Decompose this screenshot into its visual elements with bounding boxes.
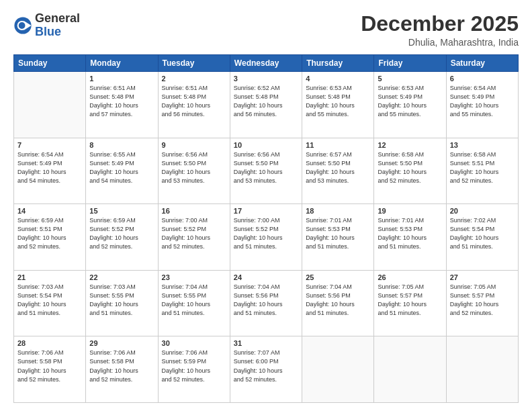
calendar-week-row: 28Sunrise: 7:06 AM Sunset: 5:58 PM Dayli… (14, 336, 519, 403)
day-info: Sunrise: 6:54 AM Sunset: 5:49 PM Dayligh… (450, 84, 515, 119)
calendar-day-header: Thursday (302, 55, 374, 72)
calendar-week-row: 1Sunrise: 6:51 AM Sunset: 5:48 PM Daylig… (14, 72, 519, 138)
day-info: Sunrise: 7:05 AM Sunset: 5:57 PM Dayligh… (450, 283, 515, 318)
calendar-cell: 29Sunrise: 7:06 AM Sunset: 5:58 PM Dayli… (86, 336, 158, 403)
calendar-week-row: 14Sunrise: 6:59 AM Sunset: 5:51 PM Dayli… (14, 204, 519, 271)
calendar-cell: 18Sunrise: 7:01 AM Sunset: 5:53 PM Dayli… (302, 204, 374, 271)
calendar-week-row: 7Sunrise: 6:54 AM Sunset: 5:49 PM Daylig… (14, 138, 519, 204)
calendar-cell: 24Sunrise: 7:04 AM Sunset: 5:56 PM Dayli… (230, 270, 302, 336)
calendar-week-row: 21Sunrise: 7:03 AM Sunset: 5:54 PM Dayli… (14, 270, 519, 336)
calendar-cell: 15Sunrise: 6:59 AM Sunset: 5:52 PM Dayli… (86, 204, 158, 271)
calendar-cell (302, 336, 374, 403)
day-info: Sunrise: 7:04 AM Sunset: 5:55 PM Dayligh… (162, 283, 226, 318)
day-info: Sunrise: 7:01 AM Sunset: 5:53 PM Dayligh… (378, 216, 442, 251)
calendar-cell (446, 336, 518, 403)
calendar-cell (374, 336, 446, 403)
calendar-day-header: Wednesday (230, 55, 302, 72)
title-block: December 2025 Dhulia, Maharashtra, India (361, 12, 519, 48)
calendar-cell: 4Sunrise: 6:53 AM Sunset: 5:48 PM Daylig… (302, 72, 374, 138)
day-number: 8 (89, 141, 154, 149)
day-number: 27 (450, 273, 515, 281)
calendar-cell: 26Sunrise: 7:05 AM Sunset: 5:57 PM Dayli… (374, 270, 446, 336)
day-info: Sunrise: 7:03 AM Sunset: 5:55 PM Dayligh… (89, 283, 154, 318)
logo-text: General Blue (35, 12, 80, 39)
day-number: 3 (234, 75, 298, 83)
day-number: 1 (89, 75, 154, 83)
logo-blue-text: Blue (35, 26, 80, 39)
logo-general-text: General (35, 12, 80, 26)
calendar-header-row: SundayMondayTuesdayWednesdayThursdayFrid… (14, 55, 519, 72)
calendar-day-header: Friday (374, 55, 446, 72)
calendar-cell: 10Sunrise: 6:56 AM Sunset: 5:50 PM Dayli… (230, 138, 302, 204)
calendar-cell: 20Sunrise: 7:02 AM Sunset: 5:54 PM Dayli… (446, 204, 518, 271)
calendar-cell: 17Sunrise: 7:00 AM Sunset: 5:52 PM Dayli… (230, 204, 302, 271)
day-number: 6 (450, 75, 515, 83)
day-info: Sunrise: 7:06 AM Sunset: 5:59 PM Dayligh… (162, 349, 226, 383)
day-info: Sunrise: 6:59 AM Sunset: 5:51 PM Dayligh… (17, 216, 82, 251)
calendar-cell: 21Sunrise: 7:03 AM Sunset: 5:54 PM Dayli… (14, 270, 86, 336)
day-number: 24 (234, 273, 298, 281)
day-number: 29 (89, 339, 154, 347)
day-number: 31 (234, 339, 298, 347)
day-number: 5 (378, 75, 442, 83)
calendar-cell: 13Sunrise: 6:58 AM Sunset: 5:51 PM Dayli… (446, 138, 518, 204)
day-info: Sunrise: 6:58 AM Sunset: 5:50 PM Dayligh… (378, 150, 442, 185)
calendar-cell: 1Sunrise: 6:51 AM Sunset: 5:48 PM Daylig… (86, 72, 158, 138)
day-number: 23 (162, 273, 226, 281)
day-info: Sunrise: 6:53 AM Sunset: 5:48 PM Dayligh… (306, 84, 370, 119)
day-number: 28 (17, 339, 82, 347)
day-number: 16 (162, 207, 226, 215)
day-info: Sunrise: 7:00 AM Sunset: 5:52 PM Dayligh… (234, 216, 298, 251)
calendar-cell: 25Sunrise: 7:04 AM Sunset: 5:56 PM Dayli… (302, 270, 374, 336)
day-number: 30 (162, 339, 226, 347)
calendar-day-header: Tuesday (158, 55, 230, 72)
day-number: 2 (162, 75, 226, 83)
calendar-cell: 28Sunrise: 7:06 AM Sunset: 5:58 PM Dayli… (14, 336, 86, 403)
day-number: 4 (306, 75, 370, 83)
day-info: Sunrise: 6:56 AM Sunset: 5:50 PM Dayligh… (162, 150, 226, 185)
day-number: 21 (17, 273, 82, 281)
day-number: 19 (378, 207, 442, 215)
calendar-day-header: Monday (86, 55, 158, 72)
calendar-cell: 9Sunrise: 6:56 AM Sunset: 5:50 PM Daylig… (158, 138, 230, 204)
page: General Blue December 2025 Dhulia, Mahar… (0, 0, 532, 411)
day-info: Sunrise: 6:53 AM Sunset: 5:49 PM Dayligh… (378, 84, 442, 119)
calendar-cell: 16Sunrise: 7:00 AM Sunset: 5:52 PM Dayli… (158, 204, 230, 271)
day-info: Sunrise: 6:57 AM Sunset: 5:50 PM Dayligh… (306, 150, 370, 185)
day-info: Sunrise: 6:58 AM Sunset: 5:51 PM Dayligh… (450, 150, 515, 185)
day-number: 17 (234, 207, 298, 215)
calendar-cell: 12Sunrise: 6:58 AM Sunset: 5:50 PM Dayli… (374, 138, 446, 204)
day-number: 20 (450, 207, 515, 215)
day-number: 22 (89, 273, 154, 281)
calendar-cell: 8Sunrise: 6:55 AM Sunset: 5:49 PM Daylig… (86, 138, 158, 204)
day-info: Sunrise: 7:06 AM Sunset: 5:58 PM Dayligh… (89, 349, 154, 383)
logo-icon (13, 16, 32, 35)
calendar-cell: 23Sunrise: 7:04 AM Sunset: 5:55 PM Dayli… (158, 270, 230, 336)
day-info: Sunrise: 6:55 AM Sunset: 5:49 PM Dayligh… (89, 150, 154, 185)
day-number: 14 (17, 207, 82, 215)
location-subtitle: Dhulia, Maharashtra, India (361, 37, 519, 48)
day-info: Sunrise: 6:51 AM Sunset: 5:48 PM Dayligh… (89, 84, 154, 119)
calendar-day-header: Sunday (14, 55, 86, 72)
calendar-cell: 22Sunrise: 7:03 AM Sunset: 5:55 PM Dayli… (86, 270, 158, 336)
calendar-cell: 5Sunrise: 6:53 AM Sunset: 5:49 PM Daylig… (374, 72, 446, 138)
calendar-cell: 31Sunrise: 7:07 AM Sunset: 6:00 PM Dayli… (230, 336, 302, 403)
svg-point-3 (19, 22, 26, 29)
calendar-cell: 11Sunrise: 6:57 AM Sunset: 5:50 PM Dayli… (302, 138, 374, 204)
day-info: Sunrise: 7:05 AM Sunset: 5:57 PM Dayligh… (378, 283, 442, 318)
day-number: 7 (17, 141, 82, 149)
day-number: 15 (89, 207, 154, 215)
day-info: Sunrise: 7:04 AM Sunset: 5:56 PM Dayligh… (234, 283, 298, 318)
day-number: 11 (306, 141, 370, 149)
logo: General Blue (13, 12, 80, 39)
calendar-cell: 3Sunrise: 6:52 AM Sunset: 5:48 PM Daylig… (230, 72, 302, 138)
day-info: Sunrise: 7:06 AM Sunset: 5:58 PM Dayligh… (17, 349, 82, 383)
day-number: 13 (450, 141, 515, 149)
day-info: Sunrise: 7:02 AM Sunset: 5:54 PM Dayligh… (450, 216, 515, 251)
day-info: Sunrise: 7:01 AM Sunset: 5:53 PM Dayligh… (306, 216, 370, 251)
calendar-cell: 14Sunrise: 6:59 AM Sunset: 5:51 PM Dayli… (14, 204, 86, 271)
day-info: Sunrise: 6:52 AM Sunset: 5:48 PM Dayligh… (234, 84, 298, 119)
day-info: Sunrise: 7:00 AM Sunset: 5:52 PM Dayligh… (162, 216, 226, 251)
day-info: Sunrise: 7:07 AM Sunset: 6:00 PM Dayligh… (234, 349, 298, 383)
calendar-cell: 7Sunrise: 6:54 AM Sunset: 5:49 PM Daylig… (14, 138, 86, 204)
